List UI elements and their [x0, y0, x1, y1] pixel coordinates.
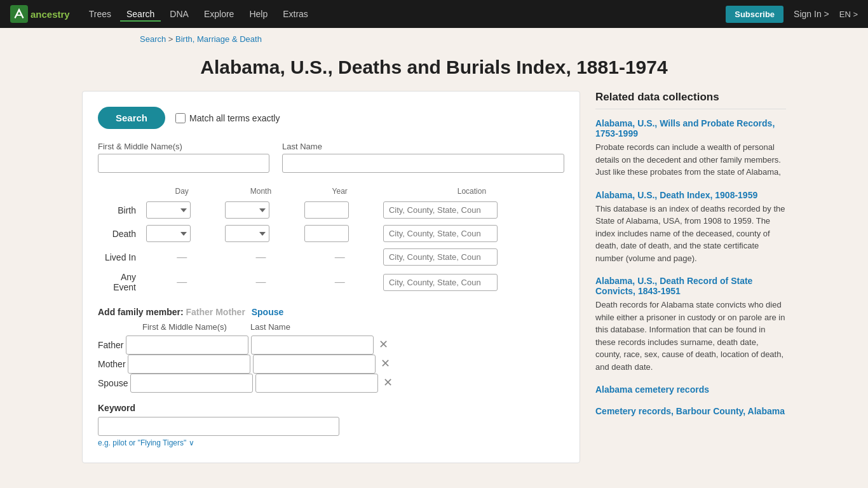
death-location-cell — [379, 222, 564, 245]
livedin-month-dash: — — [221, 245, 300, 269]
birth-label: Birth — [98, 198, 142, 222]
father-remove-button[interactable]: ✕ — [376, 337, 391, 351]
anyevent-location-input[interactable] — [383, 274, 498, 291]
related-item-4: Cemetery records, Barbour County, Alabam… — [595, 406, 786, 416]
livedin-location-cell — [379, 245, 564, 269]
related-link-3[interactable]: Alabama cemetery records — [595, 384, 786, 395]
nav-trees[interactable]: Trees — [83, 6, 118, 22]
related-link-4[interactable]: Cemetery records, Barbour County, Alabam… — [595, 406, 786, 416]
last-name-input[interactable] — [282, 154, 564, 173]
name-row: First & Middle Name(s) Last Name — [98, 142, 564, 173]
death-location-input[interactable] — [383, 225, 498, 242]
logo[interactable]: ancestry — [10, 5, 70, 23]
mother-first-input[interactable] — [128, 355, 250, 374]
first-name-input[interactable] — [98, 154, 269, 173]
death-year-input[interactable] — [304, 225, 349, 242]
family-links: Father Mother Spouse — [186, 307, 283, 317]
related-link-1[interactable]: Alabama, U.S., Death Index, 1908-1959 — [595, 190, 786, 200]
signin-link[interactable]: Sign In > — [794, 9, 829, 19]
death-year-cell — [301, 222, 379, 245]
related-link-0[interactable]: Alabama, U.S., Wills and Probate Records… — [595, 118, 786, 139]
match-label[interactable]: Match all terms exactly — [175, 113, 280, 123]
spouse-label: Spouse — [98, 378, 128, 388]
first-name-label: First & Middle Name(s) — [98, 142, 269, 151]
spouse-first-input[interactable] — [130, 374, 253, 393]
last-name-label: Last Name — [282, 142, 564, 151]
keyword-hint[interactable]: e.g. pilot or "Flying Tigers" ∨ — [98, 438, 564, 447]
related-link-2[interactable]: Alabama, U.S., Death Record of State Con… — [595, 276, 786, 296]
anyevent-day-dash: — — [142, 269, 221, 295]
nav-help[interactable]: Help — [243, 6, 274, 22]
first-name-group: First & Middle Name(s) — [98, 142, 269, 173]
last-name-group: Last Name — [282, 142, 564, 173]
keyword-input[interactable] — [98, 417, 339, 436]
livedin-label: Lived In — [98, 245, 142, 269]
father-label: Father — [98, 340, 123, 350]
family-father-inactive: Father — [186, 307, 213, 317]
family-firstname-label: First & Middle Name(s) — [142, 322, 244, 332]
nav-search[interactable]: Search — [120, 6, 161, 22]
birth-day-select[interactable] — [146, 201, 191, 219]
page-title: Alabama, U.S., Deaths and Burials Index,… — [0, 57, 868, 78]
livedin-row: Lived In — — — — [98, 245, 564, 269]
family-mother-inactive: Mother — [215, 307, 245, 317]
breadcrumb-current[interactable]: Birth, Marriage & Death — [175, 34, 262, 44]
anyevent-label: Any Event — [98, 269, 142, 295]
mother-label: Mother — [98, 359, 126, 369]
breadcrumb: Search > Birth, Marriage & Death — [0, 28, 868, 50]
svg-rect-0 — [10, 5, 28, 23]
livedin-location-input[interactable] — [383, 248, 498, 266]
col-location: Location — [379, 184, 564, 198]
col-day: Day — [142, 184, 221, 198]
navigation: ancestry Trees Search DNA Explore Help E… — [0, 0, 868, 28]
nav-dna[interactable]: DNA — [163, 6, 195, 22]
death-day-cell — [142, 222, 221, 245]
logo-text: ancestry — [31, 9, 70, 20]
match-text: Match all terms exactly — [189, 113, 280, 123]
birth-location-input[interactable] — [383, 201, 498, 219]
death-label: Death — [98, 222, 142, 245]
related-title: Related data collections — [595, 91, 786, 109]
match-checkbox[interactable] — [175, 113, 186, 123]
mother-row: Mother ✕ — [98, 355, 564, 374]
related-desc-0: Probate records can include a wealth of … — [595, 141, 786, 179]
spouse-row: Spouse ✕ — [98, 374, 564, 393]
birth-year-cell — [301, 198, 379, 222]
family-lastname-label: Last Name — [250, 322, 564, 332]
breadcrumb-root[interactable]: Search — [140, 34, 166, 44]
death-day-select[interactable] — [146, 225, 191, 242]
spouse-remove-button[interactable]: ✕ — [381, 376, 395, 390]
search-panel: Search Match all terms exactly First & M… — [82, 91, 580, 463]
breadcrumb-separator: > — [168, 34, 175, 44]
col-month: Month — [221, 184, 300, 198]
related-item-0: Alabama, U.S., Wills and Probate Records… — [595, 118, 786, 179]
anyevent-row: Any Event — — — — [98, 269, 564, 295]
father-last-input[interactable] — [251, 336, 374, 355]
birth-year-input[interactable] — [304, 201, 349, 219]
related-item-1: Alabama, U.S., Death Index, 1908-1959 Th… — [595, 190, 786, 265]
birth-row: Birth — [98, 198, 564, 222]
livedin-year-dash: — — [301, 245, 379, 269]
birth-month-cell — [221, 198, 300, 222]
lang-selector[interactable]: EN > — [839, 10, 858, 19]
spouse-last-input[interactable] — [255, 374, 378, 393]
search-top: Search Match all terms exactly — [98, 107, 564, 129]
birth-month-select[interactable] — [225, 201, 269, 219]
sidebar: Related data collections Alabama, U.S., … — [595, 91, 786, 463]
family-spouse-link[interactable]: Spouse — [252, 307, 284, 317]
livedin-day-dash: — — [142, 245, 221, 269]
nav-explore[interactable]: Explore — [198, 6, 240, 22]
search-button[interactable]: Search — [98, 107, 165, 129]
mother-remove-button[interactable]: ✕ — [378, 356, 393, 370]
father-first-input[interactable] — [126, 336, 248, 355]
subscribe-button[interactable]: Subscribe — [726, 6, 783, 23]
related-item-3: Alabama cemetery records — [595, 384, 786, 395]
family-section: Add family member: Father Mother Spouse … — [98, 307, 564, 393]
death-month-select[interactable] — [225, 225, 269, 242]
birth-day-cell — [142, 198, 221, 222]
anyevent-month-dash: — — [221, 269, 300, 295]
mother-last-input[interactable] — [253, 355, 376, 374]
nav-extras[interactable]: Extras — [276, 6, 315, 22]
anyevent-location-cell — [379, 269, 564, 295]
keyword-label: Keyword — [98, 403, 564, 413]
